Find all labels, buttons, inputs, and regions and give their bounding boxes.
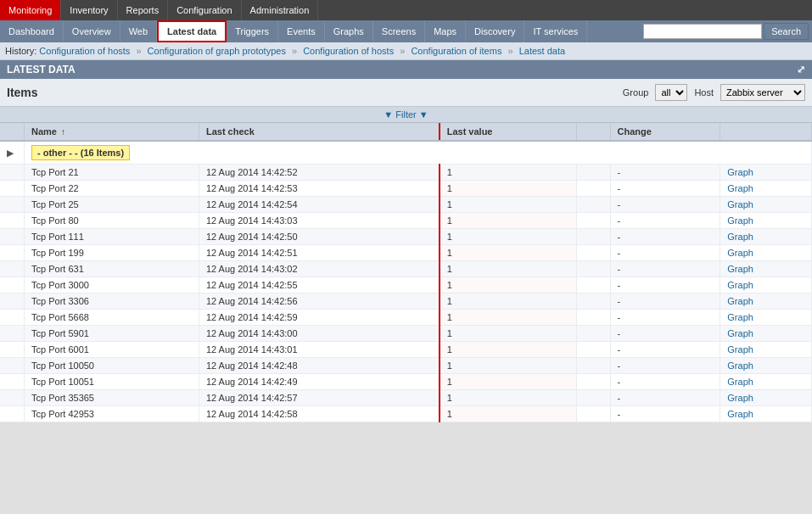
nav-item-configuration[interactable]: Configuration [168,0,241,20]
breadcrumb-link-2[interactable]: Configuration of graph prototypes [148,46,286,56]
row-last-check: 12 Aug 2014 14:42:53 [199,181,439,197]
row-last-check: 12 Aug 2014 14:43:01 [199,342,439,358]
group-label-badge[interactable]: - other - - (16 Items) [31,145,130,160]
table-row: Tcp Port 199 12 Aug 2014 14:42:51 1 - Gr… [0,245,812,261]
row-change: - [610,277,720,293]
group-collapse-cell[interactable]: ▶ [0,141,25,165]
nav-item-administration[interactable]: Administration [242,0,319,20]
row-graph-link[interactable]: Graph [720,245,812,261]
graph-link[interactable]: Graph [727,344,753,355]
row-graph-link[interactable]: Graph [720,310,812,326]
graph-link[interactable]: Graph [727,248,753,258]
nav-item-monitoring[interactable]: Monitoring [0,0,61,20]
breadcrumb-link-1[interactable]: Configuration of hosts [39,46,130,56]
nav-dashboard[interactable]: Dashboard [0,20,64,42]
row-graph-link[interactable]: Graph [720,181,812,197]
nav-screens[interactable]: Screens [373,20,425,42]
col-collapse [0,123,25,141]
group-select[interactable]: all [655,84,687,101]
nav-graphs[interactable]: Graphs [325,20,373,42]
nav-it-services[interactable]: IT services [524,20,587,42]
nav-item-inventory[interactable]: Inventory [61,0,117,20]
row-last-value: 1 [440,165,576,181]
graph-link[interactable]: Graph [727,393,753,403]
row-graph-link[interactable]: Graph [720,213,812,229]
name-header-label: Name [31,126,57,137]
row-graph-link[interactable]: Graph [720,277,812,293]
row-graph-link[interactable]: Graph [720,342,812,358]
row-last-check: 12 Aug 2014 14:42:49 [199,374,439,390]
graph-link[interactable]: Graph [727,232,753,242]
breadcrumb-link-5[interactable]: Latest data [519,46,565,56]
graph-link[interactable]: Graph [727,280,753,290]
row-graph-link[interactable]: Graph [720,293,812,310]
breadcrumb-link-3[interactable]: Configuration of hosts [303,46,394,56]
row-change-val [576,406,610,422]
row-graph-link[interactable]: Graph [720,229,812,245]
nav-events[interactable]: Events [278,20,325,42]
row-collapse-cell [0,261,25,277]
maximize-icon[interactable]: ⤢ [797,64,805,75]
nav-web[interactable]: Web [120,20,157,42]
row-change: - [610,165,720,181]
row-graph-link[interactable]: Graph [720,326,812,342]
row-graph-link[interactable]: Graph [720,197,812,213]
table-row: Tcp Port 80 12 Aug 2014 14:43:03 1 - Gra… [0,213,812,229]
search-input[interactable] [643,24,762,39]
top-navigation: Monitoring Inventory Reports Configurati… [0,0,812,20]
graph-link[interactable]: Graph [727,312,753,322]
section-title: LATEST DATA [7,64,76,75]
row-last-value: 1 [440,374,576,390]
breadcrumb-sep-3: » [400,46,405,56]
table-row: Tcp Port 25 12 Aug 2014 14:42:54 1 - Gra… [0,197,812,213]
host-select[interactable]: Zabbix server [720,84,805,101]
row-graph-link[interactable]: Graph [720,358,812,374]
row-graph-link[interactable]: Graph [720,165,812,181]
graph-link[interactable]: Graph [727,328,753,338]
table-row: Tcp Port 35365 12 Aug 2014 14:42:57 1 - … [0,390,812,406]
nav-discovery[interactable]: Discovery [466,20,524,42]
graph-link[interactable]: Graph [727,167,753,177]
row-change-val [576,374,610,390]
row-graph-link[interactable]: Graph [720,374,812,390]
row-last-value: 1 [440,261,576,277]
row-change-val [576,277,610,293]
graph-link[interactable]: Graph [727,215,753,226]
graph-link[interactable]: Graph [727,183,753,193]
row-change-val [576,390,610,406]
group-collapse-icon[interactable]: ▶ [7,148,14,158]
row-name: Tcp Port 631 [25,261,199,277]
breadcrumb-prefix: History: [5,46,36,56]
row-last-value: 1 [440,326,576,342]
row-graph-link[interactable]: Graph [720,390,812,406]
items-table: Name ↑ Last check Last value Change ▶ - … [0,123,812,422]
nav-maps[interactable]: Maps [425,20,466,42]
row-collapse-cell [0,310,25,326]
table-row: Tcp Port 10051 12 Aug 2014 14:42:49 1 - … [0,374,812,390]
graph-link[interactable]: Graph [727,199,753,210]
nav-triggers[interactable]: Triggers [227,20,278,42]
row-graph-link[interactable]: Graph [720,406,812,422]
row-name: Tcp Port 6001 [25,342,199,358]
graph-link[interactable]: Graph [727,296,753,306]
graph-link[interactable]: Graph [727,264,753,274]
table-row: Tcp Port 6001 12 Aug 2014 14:43:01 1 - G… [0,342,812,358]
main-content: Name ↑ Last check Last value Change ▶ - … [0,123,812,422]
row-collapse-cell [0,374,25,390]
nav-overview[interactable]: Overview [64,20,120,42]
nav-latest-data[interactable]: Latest data [157,20,227,42]
row-graph-link[interactable]: Graph [720,261,812,277]
breadcrumb-sep-1: » [136,46,141,56]
nav-item-reports[interactable]: Reports [118,0,169,20]
search-button[interactable]: Search [764,23,809,40]
row-last-check: 12 Aug 2014 14:42:51 [199,245,439,261]
row-change: - [610,245,720,261]
graph-link[interactable]: Graph [727,377,753,387]
row-change: - [610,197,720,213]
breadcrumb-link-4[interactable]: Configuration of items [411,46,501,56]
row-last-check: 12 Aug 2014 14:42:55 [199,277,439,293]
graph-link[interactable]: Graph [727,409,753,419]
col-name-header[interactable]: Name ↑ [25,123,199,141]
graph-link[interactable]: Graph [727,360,753,371]
filter-bar[interactable]: ▼ Filter ▼ [0,107,812,123]
